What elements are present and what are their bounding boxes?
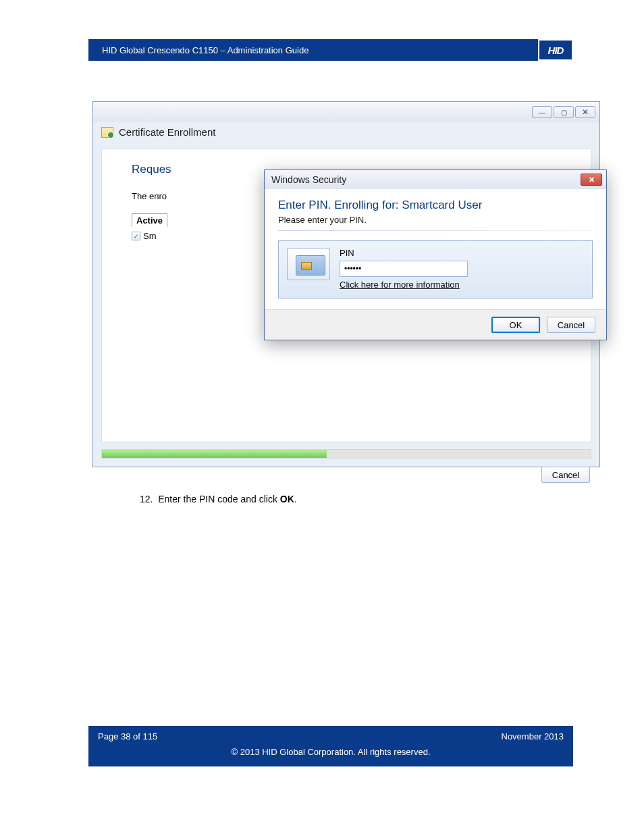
progress-bar-fill: [102, 450, 327, 458]
step-suffix: .: [294, 494, 297, 504]
cert-window-title: Certificate Enrollment: [119, 126, 215, 138]
close-button[interactable]: ✕: [575, 106, 595, 118]
pin-input-value: ••••••: [344, 264, 361, 273]
step-instruction: 12. Enter the PIN code and click OK.: [140, 494, 297, 504]
security-heading: Enter PIN. Enrolling for: Smartcard User: [278, 199, 593, 212]
pin-label: PIN: [340, 248, 468, 258]
hid-logo: HID: [538, 39, 573, 61]
doc-header: HID Global Crescendo C1150 – Administrat…: [88, 39, 573, 61]
windows-security-dialog: Windows Security ✕ Enter PIN. Enrolling …: [264, 170, 607, 340]
minimize-button[interactable]: —: [532, 106, 552, 118]
security-subtext: Please enter your PIN.: [278, 215, 593, 225]
step-bold: OK: [280, 494, 294, 504]
cert-header-row: Certificate Enrollment: [93, 122, 599, 142]
security-divider: [278, 230, 593, 231]
security-titlebar: Windows Security ✕: [265, 170, 606, 189]
security-title-text: Windows Security: [271, 174, 346, 185]
pin-input[interactable]: ••••••: [340, 261, 468, 277]
cert-enrollment-window: — ▢ ✕ Certificate Enrollment Reques The …: [92, 101, 600, 467]
doc-footer: Page 38 of 115 November 2013 © 2013 HID …: [88, 726, 573, 766]
cert-cancel-button[interactable]: Cancel: [541, 467, 590, 483]
step-number: 12.: [140, 494, 153, 504]
security-footer: OK Cancel: [265, 309, 606, 340]
ok-button[interactable]: OK: [491, 317, 540, 333]
footer-copyright: © 2013 HID Global Corporation. All right…: [232, 747, 431, 757]
template-checkbox[interactable]: ✓: [132, 232, 140, 240]
footer-page: Page 38 of 115: [98, 731, 157, 741]
step-prefix: Enter the PIN code and click: [158, 494, 280, 504]
certificate-icon: [101, 127, 113, 138]
security-cancel-button[interactable]: Cancel: [547, 317, 595, 333]
progress-bar: [101, 449, 591, 459]
active-column-header: Active: [132, 213, 167, 227]
footer-date: November 2013: [502, 731, 564, 741]
hid-logo-text: HID: [548, 45, 564, 56]
security-body: Enter PIN. Enrolling for: Smartcard User…: [265, 189, 606, 309]
smartcard-icon: [287, 248, 330, 280]
security-close-button[interactable]: ✕: [581, 174, 602, 186]
maximize-button[interactable]: ▢: [554, 106, 574, 118]
pin-panel: PIN •••••• Click here for more informati…: [278, 240, 593, 298]
template-label: Sm: [143, 231, 157, 241]
window-titlebar: — ▢ ✕: [93, 102, 599, 122]
info-link[interactable]: Click here for more information: [340, 280, 468, 290]
doc-header-text: HID Global Crescendo C1150 – Administrat…: [102, 45, 308, 55]
